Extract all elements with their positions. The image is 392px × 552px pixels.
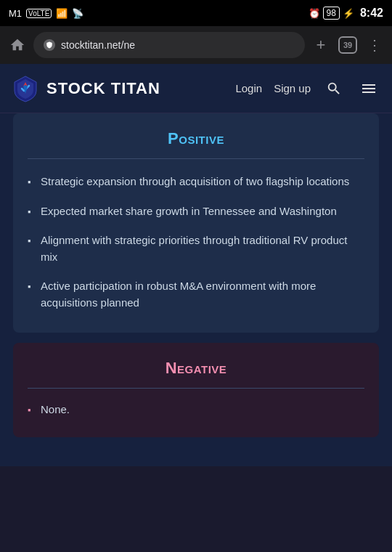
site-header: STOCK TITAN Login Sign up: [0, 64, 392, 113]
list-item: Alignment with strategic priorities thro…: [28, 232, 364, 265]
more-options-button[interactable]: ⋮: [364, 35, 385, 55]
volte-badge: VoLTE: [26, 9, 52, 18]
positive-title: Positive: [28, 129, 364, 148]
browser-chrome: stocktitan.net/ne + 39 ⋮: [0, 26, 392, 64]
page-fill: [0, 437, 392, 466]
signal-icon: 📶: [56, 8, 68, 19]
signup-link[interactable]: Sign up: [274, 82, 311, 94]
charging-icon: ⚡: [343, 8, 354, 19]
positive-divider: [28, 158, 364, 159]
menu-icon[interactable]: [357, 77, 380, 100]
negative-divider: [28, 388, 364, 389]
header-nav: Login Sign up: [235, 77, 380, 100]
positive-section: Positive Strategic expansion through acq…: [13, 113, 379, 333]
login-link[interactable]: Login: [235, 82, 262, 94]
search-icon[interactable]: [322, 77, 346, 100]
browser-home-button[interactable]: [7, 35, 28, 55]
logo-container: STOCK TITAN: [12, 75, 235, 102]
alarm-icon: ⏰: [309, 8, 320, 19]
negative-none-text: None.: [28, 403, 364, 415]
carrier-label: M1: [9, 8, 22, 19]
site-security-icon: [44, 39, 55, 51]
site-title: STOCK TITAN: [46, 79, 160, 98]
battery-indicator: 98: [323, 7, 340, 20]
url-text: stocktitan.net/ne: [61, 39, 295, 51]
list-item: Strategic expansion through acquisition …: [28, 174, 364, 190]
status-left: M1 VoLTE 📶 📡: [9, 8, 83, 19]
logo-icon: [12, 75, 39, 102]
status-bar: M1 VoLTE 📶 📡 ⏰ 98 ⚡ 8:42: [0, 0, 392, 26]
status-right: ⏰ 98 ⚡ 8:42: [309, 7, 383, 20]
page-content: Positive Strategic expansion through acq…: [0, 113, 392, 466]
time-display: 8:42: [360, 7, 383, 20]
add-tab-button[interactable]: +: [311, 35, 331, 55]
negative-title: Negative: [28, 359, 364, 378]
browser-actions: + 39 ⋮: [311, 35, 385, 55]
list-item: Expected market share growth in Tennesse…: [28, 203, 364, 220]
positive-bullet-list: Strategic expansion through acquisition …: [28, 174, 364, 311]
url-bar[interactable]: stocktitan.net/ne: [33, 32, 305, 58]
wifi-icon: 📡: [72, 8, 83, 19]
negative-section: Negative None.: [13, 343, 379, 437]
list-item: Active participation in robust M&A envir…: [28, 278, 364, 311]
tab-count-button[interactable]: 39: [338, 36, 357, 54]
